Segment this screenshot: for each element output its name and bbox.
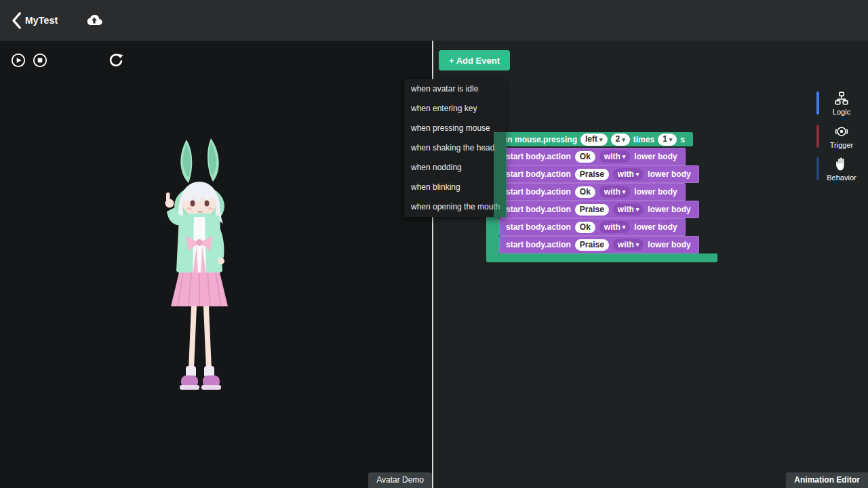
action-block[interactable]: start body.action Ok with lower body bbox=[499, 148, 686, 165]
trigger-icon bbox=[834, 124, 849, 139]
action-block[interactable]: start body.action Ok with lower body bbox=[499, 183, 686, 201]
stop-icon bbox=[33, 53, 47, 68]
cloud-upload-button[interactable] bbox=[85, 13, 104, 28]
block-target: lower body bbox=[648, 240, 690, 249]
block-keyword: start body.action bbox=[506, 222, 571, 232]
refresh-icon bbox=[108, 52, 124, 68]
event-menu-item[interactable]: when pressing mouse bbox=[404, 119, 506, 138]
block-target: lower body bbox=[648, 169, 690, 179]
block-target: lower body bbox=[634, 152, 677, 161]
event-menu-item[interactable]: when entering key bbox=[404, 99, 506, 119]
chevron-down-icon bbox=[669, 134, 673, 145]
action-block[interactable]: start body.action Praise with lower body bbox=[499, 201, 699, 218]
block-keyword: start body.action bbox=[506, 205, 571, 214]
event-menu-item[interactable]: when avatar is idle bbox=[404, 79, 506, 99]
avatar-model bbox=[144, 136, 262, 407]
behavior-accent-strip bbox=[816, 157, 819, 180]
refresh-button[interactable] bbox=[108, 52, 124, 68]
action-block[interactable]: start body.action Praise with lower body bbox=[499, 165, 699, 183]
chevron-down-icon bbox=[636, 204, 639, 215]
event-menu-item[interactable]: when blinking bbox=[404, 178, 506, 197]
logic-accent-strip bbox=[816, 92, 819, 115]
app-window: MyTest bbox=[0, 0, 868, 488]
chevron-down-icon bbox=[622, 134, 625, 145]
event-block[interactable]: when mouse.pressing left 2 times 1 s bbox=[486, 132, 693, 146]
topbar: MyTest bbox=[0, 0, 868, 41]
mode-dropdown[interactable]: with bbox=[599, 186, 631, 198]
mode-dropdown[interactable]: with bbox=[599, 150, 631, 163]
mode-dropdown[interactable]: with bbox=[613, 203, 644, 216]
trigger-accent-strip bbox=[816, 125, 819, 148]
avatar-viewport[interactable]: Avatar Demo bbox=[0, 41, 432, 488]
action-field[interactable]: Praise bbox=[575, 204, 609, 216]
block-seconds-label: s bbox=[680, 135, 685, 144]
action-field[interactable]: Ok bbox=[575, 222, 595, 233]
category-label: Logic bbox=[833, 108, 850, 116]
stop-button[interactable] bbox=[33, 53, 47, 68]
category-label: Trigger bbox=[830, 141, 853, 149]
playback-controls bbox=[11, 52, 124, 68]
event-menu-item[interactable]: when nodding bbox=[404, 158, 506, 178]
chevron-down-icon bbox=[636, 169, 639, 180]
block-keyword: start body.action bbox=[506, 240, 571, 249]
chevron-left-icon bbox=[11, 12, 22, 30]
mode-dropdown[interactable]: with bbox=[613, 239, 644, 251]
chevron-down-icon bbox=[623, 186, 626, 197]
play-icon bbox=[11, 53, 26, 68]
event-menu-item[interactable]: when opening the mouth bbox=[404, 197, 506, 217]
add-event-button[interactable]: + Add Event bbox=[439, 50, 510, 70]
action-field[interactable]: Ok bbox=[575, 186, 595, 198]
action-field[interactable]: Praise bbox=[575, 169, 609, 180]
block-keyword: start body.action bbox=[506, 187, 571, 197]
behavior-hand-icon bbox=[834, 157, 849, 171]
category-label: Behavior bbox=[827, 174, 856, 182]
action-field[interactable]: Praise bbox=[575, 239, 609, 251]
mode-dropdown[interactable]: with bbox=[613, 168, 644, 180]
viewport-label: Avatar Demo bbox=[368, 472, 432, 488]
block-times-label: times bbox=[633, 135, 654, 144]
action-field[interactable]: Ok bbox=[575, 151, 595, 163]
play-button[interactable] bbox=[11, 53, 26, 68]
cloud-upload-icon bbox=[85, 13, 104, 26]
block-overlap-strip bbox=[494, 132, 507, 217]
back-button[interactable] bbox=[11, 13, 22, 28]
block-keyword: start body.action bbox=[506, 169, 571, 179]
mouse-button-dropdown[interactable]: left bbox=[580, 134, 608, 146]
action-block[interactable]: start body.action Ok with lower body bbox=[499, 218, 686, 236]
project-title: MyTest bbox=[25, 15, 58, 26]
category-trigger[interactable]: Trigger bbox=[816, 121, 867, 152]
click-count-dropdown[interactable]: 2 bbox=[611, 134, 630, 146]
duration-dropdown[interactable]: 1 bbox=[658, 134, 677, 146]
chevron-down-icon bbox=[599, 134, 603, 145]
action-block[interactable]: start body.action Praise with lower body bbox=[499, 236, 699, 253]
event-block-bottom[interactable] bbox=[486, 253, 717, 262]
block-target: lower body bbox=[634, 222, 677, 232]
event-dropdown-menu: when avatar is idle when entering key wh… bbox=[404, 79, 506, 217]
event-menu-item[interactable]: when shaking the head bbox=[404, 138, 506, 158]
chevron-down-icon bbox=[623, 151, 626, 162]
block-keyword: start body.action bbox=[506, 152, 571, 161]
block-target: lower body bbox=[634, 187, 677, 197]
chevron-down-icon bbox=[636, 239, 639, 250]
editor-label: Animation Editor bbox=[786, 472, 868, 488]
category-logic[interactable]: Logic bbox=[816, 88, 867, 119]
logic-icon bbox=[834, 91, 849, 106]
category-behavior[interactable]: Behavior bbox=[816, 154, 867, 184]
chevron-down-icon bbox=[623, 222, 626, 232]
mode-dropdown[interactable]: with bbox=[599, 221, 631, 233]
block-target: lower body bbox=[648, 205, 690, 214]
